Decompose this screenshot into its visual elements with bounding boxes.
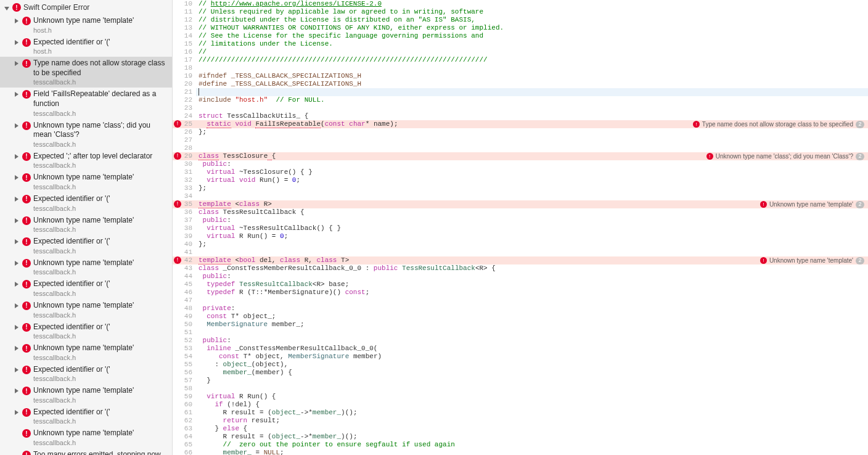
line-number[interactable]: 30 (173, 160, 196, 168)
issue-item[interactable]: !Field 'FailIsRepeatable' declared as a … (0, 88, 172, 118)
line-number[interactable]: 22 (173, 96, 196, 104)
code-line[interactable] (196, 136, 868, 144)
line-number[interactable]: 34 (173, 192, 196, 200)
line-number[interactable]: 20 (173, 80, 196, 88)
line-number[interactable]: 19 (173, 72, 196, 80)
disclosure-triangle-icon[interactable] (14, 60, 20, 66)
code-line[interactable]: // http://www.apache.org/licenses/LICENS… (196, 0, 868, 8)
line-number[interactable]: 65 (173, 441, 196, 449)
line-number[interactable]: 63 (173, 425, 196, 433)
gutter-error-icon[interactable]: ! (174, 200, 181, 208)
line-gutter[interactable]: 10111213141516171819202122232425!2627282… (173, 0, 196, 455)
line-number[interactable]: 41 (173, 248, 196, 256)
code-line[interactable]: virtual R Run() { (196, 393, 868, 401)
disclosure-triangle-icon[interactable] (14, 387, 20, 393)
line-number[interactable]: 56 (173, 369, 196, 377)
line-number[interactable]: 59 (173, 393, 196, 401)
line-number[interactable]: 16 (173, 48, 196, 56)
issue-item[interactable]: !Expected ';' after top level declarator… (0, 150, 172, 171)
code-line[interactable]: member_ = NULL; (196, 449, 868, 455)
inline-error-annotation[interactable]: !Type name does not allow storage class … (693, 120, 864, 128)
disclosure-triangle-icon[interactable] (4, 5, 10, 11)
issue-item[interactable]: !Expected identifier or '('tesscallback.… (0, 406, 172, 427)
line-number[interactable]: 49 (173, 313, 196, 321)
code-line[interactable]: // WITHOUT WARRANTIES OR CONDITIONS OF A… (196, 24, 868, 32)
code-line[interactable]: R result = (object_->*member_)(); (196, 433, 868, 441)
code-line[interactable]: // distributed under the License is dist… (196, 16, 868, 24)
code-editor[interactable]: 10111213141516171819202122232425!2627282… (173, 0, 868, 455)
code-line[interactable]: public: (196, 273, 868, 281)
line-number[interactable]: 33 (173, 184, 196, 192)
disclosure-triangle-icon[interactable] (14, 153, 20, 159)
code-line[interactable]: class TessResultCallback { (196, 208, 868, 216)
inline-error-annotation[interactable]: !Unknown type name 'template'2 (760, 256, 864, 264)
issue-item[interactable]: !Unknown type name 'template'tesscallbac… (0, 342, 172, 363)
code-line[interactable]: // Unless required by applicable law or … (196, 8, 868, 16)
issue-item[interactable]: !Unknown type name 'template'tesscallbac… (0, 171, 172, 192)
issue-group-header[interactable]: ! Swift Compiler Error (0, 0, 172, 14)
line-number[interactable]: 28 (173, 144, 196, 152)
code-line[interactable]: virtual ~TessResultCallback() { } (196, 224, 868, 232)
line-number[interactable]: 32 (173, 176, 196, 184)
disclosure-triangle-icon[interactable] (14, 366, 20, 372)
code-line[interactable]: }; (196, 184, 868, 192)
code-line[interactable] (196, 329, 868, 337)
line-number[interactable]: 17 (173, 56, 196, 64)
code-line[interactable]: template <bool del, class R, class T>!Un… (196, 256, 868, 264)
code-line[interactable]: private: (196, 305, 868, 313)
issue-item[interactable]: !Expected identifier or '('tesscallback.… (0, 363, 172, 385)
line-number[interactable]: 48 (173, 305, 196, 313)
code-line[interactable]: const T* object_; (196, 313, 868, 321)
disclosure-triangle-icon[interactable] (14, 281, 20, 287)
disclosure-triangle-icon[interactable] (14, 345, 20, 351)
code-line[interactable] (196, 192, 868, 200)
line-number[interactable]: 60 (173, 401, 196, 409)
code-line[interactable]: // limitations under the License. (196, 40, 868, 48)
line-number[interactable]: 36 (173, 208, 196, 216)
code-line[interactable]: virtual ~TessClosure() { } (196, 168, 868, 176)
line-number[interactable]: 26 (173, 128, 196, 136)
code-line[interactable] (196, 144, 868, 152)
code-line[interactable]: }; (196, 128, 868, 136)
gutter-error-icon[interactable]: ! (174, 152, 181, 160)
issue-item[interactable]: !Unknown type name 'class'; did you mean… (0, 119, 172, 150)
code-line[interactable]: template <class R>!Unknown type name 'te… (196, 200, 868, 208)
code-line[interactable]: }; (196, 240, 868, 248)
code-line[interactable]: R result = (object_->*member_)(); (196, 409, 868, 417)
line-number[interactable]: 10 (173, 0, 196, 8)
line-number[interactable]: 25! (173, 120, 196, 128)
code-line[interactable]: // See the License for the specific lang… (196, 32, 868, 40)
line-number[interactable]: 23 (173, 104, 196, 112)
code-line[interactable]: return result; (196, 417, 868, 425)
line-number[interactable]: 14 (173, 32, 196, 40)
gutter-error-icon[interactable]: ! (174, 120, 181, 128)
disclosure-triangle-icon[interactable] (14, 302, 20, 308)
issue-item[interactable]: !Unknown type name 'template'host.h (0, 14, 172, 36)
code-line[interactable] (196, 297, 868, 305)
code-line[interactable]: typedef TessResultCallback<R> base; (196, 281, 868, 289)
line-number[interactable]: 44 (173, 273, 196, 281)
code-line[interactable]: member_(member) { (196, 369, 868, 377)
code-line[interactable]: // (196, 48, 868, 56)
line-number[interactable]: 12 (173, 16, 196, 24)
code-line[interactable] (196, 104, 868, 112)
issue-item[interactable]: !Unknown type name 'template'tesscallbac… (0, 256, 172, 278)
code-line[interactable] (196, 248, 868, 256)
issue-item[interactable]: !Expected identifier or '('host.h (0, 36, 172, 57)
line-number[interactable]: 35! (173, 200, 196, 208)
code-line[interactable] (196, 64, 868, 72)
code-line[interactable]: #define _TESS_CALLBACK_SPECIALIZATIONS_H (196, 80, 868, 88)
issue-item[interactable]: !Unknown type name 'template'tesscallbac… (0, 427, 172, 448)
code-line[interactable]: } (196, 377, 868, 385)
line-number[interactable]: 54 (173, 353, 196, 361)
line-number[interactable]: 61 (173, 409, 196, 417)
line-number[interactable]: 64 (173, 433, 196, 441)
line-number[interactable]: 27 (173, 136, 196, 144)
code-line[interactable]: } else { (196, 425, 868, 433)
code-line[interactable]: virtual R Run() = 0; (196, 232, 868, 240)
line-number[interactable]: 51 (173, 329, 196, 337)
disclosure-triangle-icon[interactable] (14, 195, 20, 202)
disclosure-triangle-icon[interactable] (14, 39, 20, 45)
disclosure-triangle-icon[interactable] (14, 324, 20, 330)
issue-item[interactable]: !Expected identifier or '('tesscallback.… (0, 277, 172, 299)
